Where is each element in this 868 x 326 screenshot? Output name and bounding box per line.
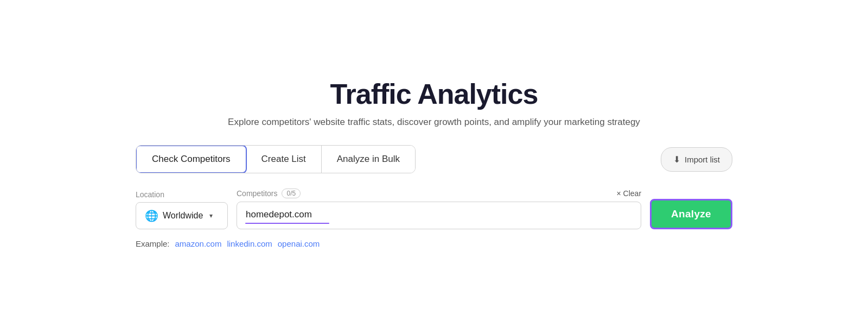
example-amazon[interactable]: amazon.com [175,239,222,248]
competitors-input-wrapper [237,202,641,229]
example-label: Example: [136,239,170,248]
location-dropdown[interactable]: 🌐 Worldwide ▾ [136,202,228,229]
analyze-button[interactable]: Analyze [650,199,732,229]
import-label: Import list [685,155,720,164]
competitors-field-group: Competitors 0/5 × Clear [237,189,641,229]
import-icon: ⬇ [673,154,680,165]
competitors-top-row: Competitors 0/5 × Clear [237,189,641,198]
clear-label: Clear [623,189,641,198]
tab-create-list[interactable]: Create List [246,146,322,173]
example-linkedin[interactable]: linkedin.com [227,239,272,248]
page-title: Traffic Analytics [330,78,538,110]
globe-icon: 🌐 [145,209,158,222]
chevron-down-icon: ▾ [209,212,213,220]
location-label: Location [136,190,228,199]
tab-analyze-bulk[interactable]: Analyze in Bulk [322,146,415,173]
tabs-row: Check Competitors Create List Analyze in… [136,145,732,173]
tab-check-competitors[interactable]: Check Competitors [136,145,247,173]
location-field-group: Location 🌐 Worldwide ▾ [136,190,228,229]
competitors-input[interactable] [237,202,641,229]
page-subtitle: Explore competitors' website traffic sta… [228,117,640,128]
input-underline [245,223,329,224]
clear-button[interactable]: × Clear [616,189,641,198]
tabs-group: Check Competitors Create List Analyze in… [136,145,416,173]
close-icon: × [616,189,621,198]
competitors-count-badge: 0/5 [282,189,301,198]
examples-row: Example: amazon.com linkedin.com openai.… [136,239,732,248]
example-openai[interactable]: openai.com [278,239,320,248]
competitors-label-row: Competitors 0/5 [237,189,301,198]
import-list-button[interactable]: ⬇ Import list [661,147,732,172]
competitors-label: Competitors [237,189,277,198]
main-container: Traffic Analytics Explore competitors' w… [136,78,732,248]
fields-row: Location 🌐 Worldwide ▾ Competitors 0/5 ×… [136,189,732,229]
location-value: Worldwide [163,211,203,221]
